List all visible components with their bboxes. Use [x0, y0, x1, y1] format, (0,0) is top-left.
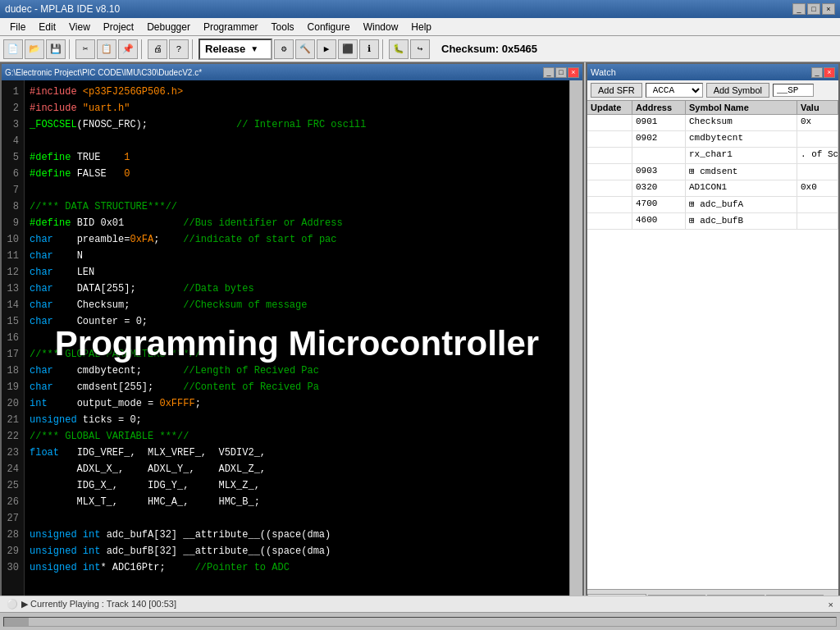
watch-cell-1-2: cmdbytecnt [686, 131, 797, 147]
menu-item-configure[interactable]: Configure [301, 20, 357, 34]
watch-title: Watch [591, 67, 616, 77]
watch-row-5[interactable]: 4700⊞ adc_bufA [587, 197, 838, 213]
line-number-3: 3 [7, 116, 19, 133]
code-close[interactable]: × [568, 67, 579, 78]
watch-row-2[interactable]: rx_char1. of Sc [587, 148, 838, 164]
close-button[interactable]: × [822, 3, 835, 15]
line-number-14: 14 [7, 297, 19, 313]
media-text: ▶ Currently Playing : Track 140 [00:53] [21, 599, 176, 609]
watch-cell-2-2: rx_char1 [686, 148, 797, 163]
symbol-input[interactable] [773, 84, 814, 97]
menu-item-view[interactable]: View [62, 20, 97, 34]
print-button[interactable]: 🖨 [148, 39, 167, 59]
menu-item-help[interactable]: Help [404, 20, 438, 34]
code-line-2: #include "uart.h" [30, 100, 564, 116]
watch-row-6[interactable]: 4600⊞ adc_bufB [587, 213, 838, 230]
line-number-28: 28 [7, 527, 19, 543]
code-line-10: char preamble=0xFA; //indicate of start … [30, 231, 564, 248]
line-number-23: 23 [7, 445, 19, 461]
line-number-20: 20 [7, 395, 19, 412]
separator-3 [192, 39, 195, 59]
watch-row-0[interactable]: 0901Checksum0x [587, 115, 838, 131]
watch-row-1[interactable]: 0902cmdbytecnt [587, 131, 838, 148]
code-line-17: //*** GLOPAL PARAMETERS ***// [30, 346, 564, 363]
code-line-1: #include <p33FJ256GP506.h> [30, 84, 564, 100]
code-scrollbar[interactable] [569, 80, 582, 610]
add-symbol-button[interactable]: Add Symbol [706, 83, 769, 98]
checksum-label: Checksum: 0x5465 [441, 43, 537, 55]
new-button[interactable]: 📄 [3, 39, 23, 59]
code-line-24: ADXL_X_, ADXL_Y_, ADXL_Z_, [30, 461, 564, 477]
code-text[interactable]: #include <p33FJ256GP506.h>#include "uart… [25, 80, 569, 610]
stop-button[interactable]: ⬛ [338, 39, 358, 59]
code-content: 1234567891011121314151617181920212223242… [2, 80, 582, 610]
maximize-button[interactable]: □ [807, 3, 820, 15]
code-window-title: G:\Electronic Project\PIC CODE\IMU\C30\D… [5, 68, 202, 77]
watch-cell-2-1 [632, 148, 686, 163]
media-icon: ⚪ [7, 599, 18, 609]
watch-cell-4-1: 0320 [632, 180, 686, 196]
watch-minimize[interactable]: _ [811, 67, 823, 78]
menu-item-programmer[interactable]: Programmer [197, 20, 265, 34]
watch-close[interactable]: × [824, 67, 835, 78]
status-bar [0, 612, 840, 630]
info-button[interactable]: ℹ [359, 39, 379, 59]
menu-item-window[interactable]: Window [357, 20, 405, 34]
watch-cell-2-0 [587, 148, 632, 163]
code-line-18: char cmdbytecnt; //Length of Recived Pac [30, 363, 564, 379]
menu-item-tools[interactable]: Tools [265, 20, 301, 34]
watch-cell-1-0 [587, 131, 632, 147]
watch-cell-0-1: 0901 [632, 115, 686, 130]
title-controls: _ □ × [792, 3, 835, 15]
run-button[interactable]: ▶ [317, 39, 336, 59]
add-sfr-button[interactable]: Add SFR [591, 83, 642, 98]
menu-item-file[interactable]: File [3, 20, 32, 34]
col-update: Update [587, 101, 632, 114]
toolbar: 📄 📂 💾 ✂ 📋 📌 🖨 ? Release ▼ ⚙ 🔨 ▶ ⬛ ℹ 🐛 ↪ … [0, 36, 840, 62]
watch-table-header: Update Address Symbol Name Valu [587, 101, 838, 115]
media-close[interactable]: × [829, 600, 833, 609]
code-title-bar: G:\Electronic Project\PIC CODE\IMU\C30\D… [2, 64, 582, 80]
code-window-controls: _ □ × [543, 67, 579, 78]
code-line-25: IDG_X_, IDG_Y_, MLX_Z_, [30, 477, 564, 494]
watch-cell-6-1: 4600 [632, 213, 686, 229]
release-label: Release [205, 43, 245, 55]
minimize-button[interactable]: _ [792, 3, 806, 15]
code-minimize[interactable]: _ [543, 67, 555, 78]
line-numbers: 1234567891011121314151617181920212223242… [2, 80, 25, 610]
copy-button[interactable]: 📋 [97, 39, 116, 59]
clean-button[interactable]: 🔨 [295, 39, 315, 59]
line-number-13: 13 [7, 281, 19, 297]
watch-cell-3-2: ⊞ cmdsent [686, 164, 797, 180]
save-button[interactable]: 💾 [46, 39, 66, 59]
col-symbol: Symbol Name [686, 101, 797, 114]
build-button[interactable]: ⚙ [274, 39, 294, 59]
code-line-30: unsigned int* ADC16Ptr; //Pointer to ADC [30, 559, 564, 576]
watch-cell-6-3 [797, 213, 838, 229]
watch-table-body: 0901Checksum0x0902cmdbytecntrx_char1. of… [587, 115, 838, 589]
separator-1 [69, 39, 72, 59]
code-line-7 [30, 182, 564, 199]
step-button[interactable]: ↪ [410, 39, 430, 59]
paste-button[interactable]: 📌 [118, 39, 138, 59]
menu-item-debugger[interactable]: Debugger [140, 20, 197, 34]
dropdown-arrow: ▼ [250, 44, 258, 53]
watch-row-4[interactable]: 0320AD1CON10x0 [587, 180, 838, 197]
open-button[interactable]: 📂 [25, 39, 44, 59]
cut-button[interactable]: ✂ [75, 39, 95, 59]
code-line-20: int output_mode = 0xFFFF; [30, 395, 564, 412]
watch-toolbar: Add SFR ACCA Add Symbol [587, 80, 838, 101]
menu-item-edit[interactable]: Edit [32, 20, 62, 34]
line-number-10: 10 [7, 231, 19, 248]
watch-row-3[interactable]: 0903⊞ cmdsent [587, 164, 838, 180]
watch-cell-0-3: 0x [797, 115, 838, 130]
help-button[interactable]: ? [169, 39, 189, 59]
sfr-dropdown[interactable]: ACCA [646, 83, 703, 98]
release-dropdown[interactable]: Release ▼ [199, 39, 272, 60]
watch-cell-5-3 [797, 197, 838, 212]
debug-button[interactable]: 🐛 [389, 39, 409, 59]
menu-item-project[interactable]: Project [97, 20, 140, 34]
line-number-9: 9 [7, 215, 19, 231]
code-maximize[interactable]: □ [555, 67, 567, 78]
watch-cell-1-3 [797, 131, 838, 147]
